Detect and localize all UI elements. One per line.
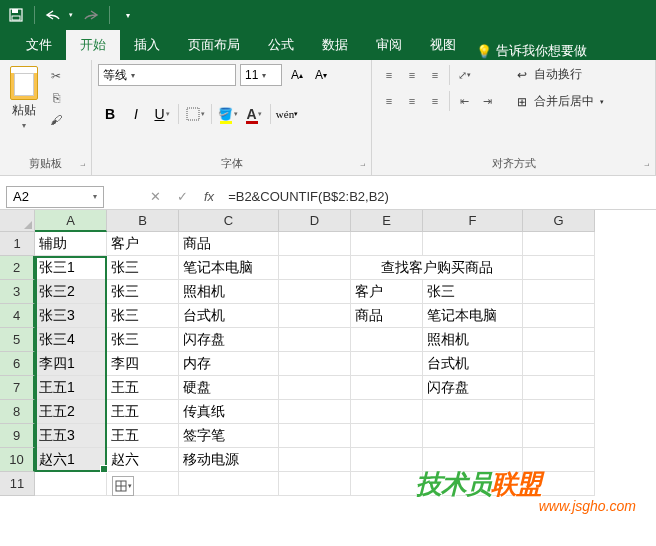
cell[interactable]: 王五1 [35, 376, 107, 400]
row-header[interactable]: 5 [0, 328, 35, 352]
undo-icon[interactable]: ▾ [45, 8, 73, 22]
cell[interactable]: 张三2 [35, 280, 107, 304]
cell[interactable] [523, 376, 595, 400]
merge-center-button[interactable]: ⊞ 合并后居中 ▾ [510, 91, 608, 112]
align-right-icon[interactable]: ≡ [424, 90, 446, 112]
underline-button[interactable]: U▾ [150, 102, 174, 126]
cell[interactable]: 台式机 [423, 352, 523, 376]
col-header-B[interactable]: B [107, 210, 179, 232]
tab-insert[interactable]: 插入 [120, 30, 174, 60]
cell[interactable]: 照相机 [423, 328, 523, 352]
fx-icon[interactable]: fx [198, 189, 220, 204]
align-middle-icon[interactable]: ≡ [401, 64, 423, 86]
fill-color-button[interactable]: 🪣▾ [216, 102, 240, 126]
cell[interactable]: 客户 [351, 280, 423, 304]
cell[interactable]: 硬盘 [179, 376, 279, 400]
bold-button[interactable]: B [98, 102, 122, 126]
cell[interactable] [279, 280, 351, 304]
cell[interactable] [523, 352, 595, 376]
cell-merged[interactable]: 查找客户购买商品 [351, 256, 523, 280]
col-header-A[interactable]: A [35, 210, 107, 232]
cell[interactable] [351, 400, 423, 424]
cell[interactable]: 赵六 [107, 448, 179, 472]
row-header[interactable]: 6 [0, 352, 35, 376]
cell[interactable] [179, 472, 279, 496]
cell[interactable]: 李四 [107, 352, 179, 376]
cell[interactable]: 商品 [179, 232, 279, 256]
cell[interactable] [279, 232, 351, 256]
cell[interactable] [279, 256, 351, 280]
cell[interactable] [279, 352, 351, 376]
cell[interactable]: 赵六1 [35, 448, 107, 472]
customize-qat-icon[interactable]: ▾ [120, 8, 136, 22]
cell[interactable]: 张三3 [35, 304, 107, 328]
tab-review[interactable]: 审阅 [362, 30, 416, 60]
cell[interactable] [279, 376, 351, 400]
cell[interactable]: 笔记本电脑 [179, 256, 279, 280]
cell[interactable]: 照相机 [179, 280, 279, 304]
row-header[interactable]: 3 [0, 280, 35, 304]
tab-data[interactable]: 数据 [308, 30, 362, 60]
cell[interactable]: 笔记本电脑 [423, 304, 523, 328]
cell[interactable]: 张三 [107, 328, 179, 352]
cell[interactable] [523, 232, 595, 256]
align-top-icon[interactable]: ≡ [378, 64, 400, 86]
cell[interactable]: 王五 [107, 400, 179, 424]
cell[interactable] [523, 328, 595, 352]
tab-layout[interactable]: 页面布局 [174, 30, 254, 60]
name-box[interactable]: A2 ▾ [6, 186, 104, 208]
align-bottom-icon[interactable]: ≡ [424, 64, 446, 86]
tab-home[interactable]: 开始 [66, 30, 120, 60]
col-header-E[interactable]: E [351, 210, 423, 232]
cell[interactable] [279, 304, 351, 328]
cell[interactable]: 客户 [107, 232, 179, 256]
cell[interactable]: 移动电源 [179, 448, 279, 472]
col-header-D[interactable]: D [279, 210, 351, 232]
cell[interactable]: 张三1 [35, 256, 107, 280]
indent-decrease-icon[interactable]: ⇤ [453, 90, 475, 112]
row-header[interactable]: 7 [0, 376, 35, 400]
cell[interactable]: 辅助 [35, 232, 107, 256]
copy-icon[interactable]: ⎘ [46, 90, 66, 106]
cell[interactable]: 王五 [107, 424, 179, 448]
cell[interactable] [279, 400, 351, 424]
tab-file[interactable]: 文件 [12, 30, 66, 60]
cut-icon[interactable]: ✂ [46, 68, 66, 84]
orientation-icon[interactable]: ⤢▾ [453, 64, 475, 86]
cell[interactable] [523, 304, 595, 328]
cell[interactable] [351, 232, 423, 256]
borders-button[interactable]: ▾ [183, 102, 207, 126]
cell[interactable] [279, 448, 351, 472]
format-painter-icon[interactable]: 🖌 [46, 112, 66, 128]
cell[interactable]: 张三 [107, 304, 179, 328]
cell[interactable] [279, 424, 351, 448]
cancel-formula-icon[interactable]: ✕ [144, 189, 167, 204]
cell[interactable]: 内存 [179, 352, 279, 376]
cell[interactable] [523, 256, 595, 280]
paste-button[interactable]: 粘贴 ▾ [6, 64, 42, 132]
formula-input[interactable]: =B2&COUNTIF(B$2:B2,B2) [220, 189, 656, 204]
accept-formula-icon[interactable]: ✓ [171, 189, 194, 204]
phonetic-button[interactable]: wén▾ [275, 102, 299, 126]
cell[interactable]: 商品 [351, 304, 423, 328]
auto-fill-options-button[interactable] [112, 476, 134, 496]
font-color-button[interactable]: A▾ [242, 102, 266, 126]
cell[interactable]: 王五2 [35, 400, 107, 424]
increase-font-icon[interactable]: A▴ [286, 64, 308, 86]
cell[interactable] [279, 472, 351, 496]
indent-increase-icon[interactable]: ⇥ [476, 90, 498, 112]
cell[interactable] [351, 472, 423, 496]
tell-me[interactable]: 💡 告诉我你想要做 [476, 42, 587, 60]
row-header[interactable]: 1 [0, 232, 35, 256]
align-center-icon[interactable]: ≡ [401, 90, 423, 112]
row-header[interactable]: 2 [0, 256, 35, 280]
cell[interactable] [35, 472, 107, 496]
wrap-text-button[interactable]: ↩ 自动换行 [510, 64, 608, 85]
cell[interactable] [351, 376, 423, 400]
tab-formulas[interactable]: 公式 [254, 30, 308, 60]
col-header-G[interactable]: G [523, 210, 595, 232]
cell[interactable] [423, 400, 523, 424]
cell[interactable]: 张三4 [35, 328, 107, 352]
cell[interactable] [523, 400, 595, 424]
cell[interactable] [523, 280, 595, 304]
